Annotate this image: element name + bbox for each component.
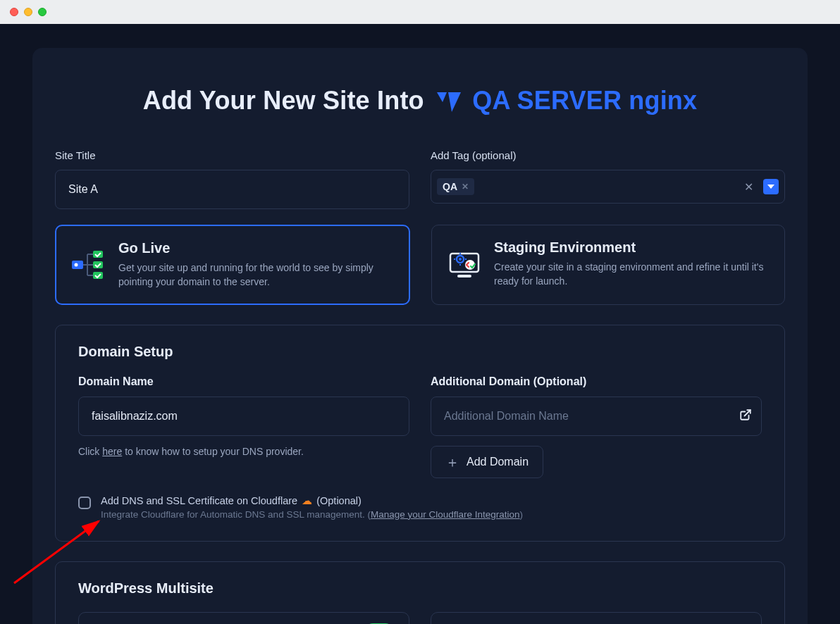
cloudflare-sub-pre: Integrate Cloudflare for Automatic DNS a… [101,509,371,520]
dns-helper-link[interactable]: here [102,446,122,457]
tags-clear-icon[interactable]: ✕ [740,180,758,194]
svg-point-4 [75,263,78,266]
svg-marker-2 [767,185,774,189]
add-domain-label: Add Domain [467,456,529,468]
window-minimize-button[interactable] [24,8,32,16]
domain-setup-panel: Domain Setup Domain Name Click here to k… [55,325,785,542]
option-go-live-title: Go Live [118,240,393,256]
tags-dropdown-toggle[interactable] [763,179,779,194]
add-site-card: Add Your New Site Into QA SERVER nginx S… [32,48,808,624]
window-zoom-button[interactable] [38,8,47,16]
go-live-icon [72,240,106,289]
window-titlebar [0,0,840,24]
add-domain-button[interactable]: ＋ Add Domain [431,446,543,478]
site-title-label: Site Title [55,149,409,161]
external-link-icon[interactable] [739,408,752,424]
tag-remove-icon[interactable]: ✕ [462,182,469,192]
enable-multisite-toggle-row[interactable]: Enable Multisite [78,612,409,624]
window-close-button[interactable] [10,8,18,16]
cloudflare-subtext: Integrate Cloudflare for Automatic DNS a… [101,509,523,520]
page-title: Add Your New Site Into QA SERVER nginx [55,86,785,118]
option-go-live[interactable]: Go Live Get your site up and running for… [55,225,410,305]
wordpress-multisite-panel: WordPress Multisite Enable Multisite Sub… [55,561,785,624]
caret-down-icon [767,183,774,190]
dns-helper-post: to know how to setup your DNS provider. [122,446,304,457]
cloudflare-label-post: (Optional) [314,495,362,506]
tag-chip: QA ✕ [437,178,474,195]
additional-domain-input[interactable] [431,397,762,436]
option-staging-desc: Create your site in a staging environmen… [494,260,769,289]
cloudflare-checkbox[interactable] [78,497,91,509]
cloudflare-sub-post: ) [520,509,524,520]
option-staging[interactable]: Staging Environment Create your site in … [431,225,785,305]
svg-rect-6 [93,261,103,268]
plus-icon: ＋ [445,455,459,469]
domain-setup-title: Domain Setup [78,344,762,360]
cloudflare-label: Add DNS and SSL Certificate on Cloudflar… [101,495,523,506]
dns-helper-text: Click here to know how to setup your DNS… [78,446,409,457]
domain-name-input[interactable] [78,397,409,436]
server-name: QA SERVER nginx [472,86,697,115]
svg-rect-7 [93,272,103,279]
additional-domain-label: Additional Domain (Optional) [431,375,762,388]
tag-chip-label: QA [443,181,457,192]
subdomain-row[interactable]: Subdomain [431,612,762,624]
dns-helper-pre: Click [78,446,102,457]
staging-icon [447,239,481,290]
svg-marker-0 [437,92,447,102]
tag-multiselect[interactable]: QA ✕ ✕ [431,170,785,204]
provider-logo-icon [437,89,461,118]
svg-marker-1 [448,92,461,112]
cloudflare-manage-link[interactable]: Manage your Cloudflare Integration [371,509,520,520]
wordpress-multisite-title: WordPress Multisite [78,580,762,597]
cloudflare-icon: ☁ [302,495,312,506]
site-title-input[interactable] [55,170,409,209]
option-go-live-desc: Get your site up and running for the wor… [118,261,393,289]
heading-prefix: Add Your New Site Into [143,86,424,115]
domain-name-label: Domain Name [78,375,409,388]
option-staging-title: Staging Environment [494,239,769,256]
svg-point-11 [459,258,462,261]
svg-rect-9 [457,275,471,277]
svg-rect-5 [93,251,103,258]
add-tag-label: Add Tag (optional) [431,149,785,161]
cloudflare-label-pre: Add DNS and SSL Certificate on Cloudflar… [101,495,300,506]
